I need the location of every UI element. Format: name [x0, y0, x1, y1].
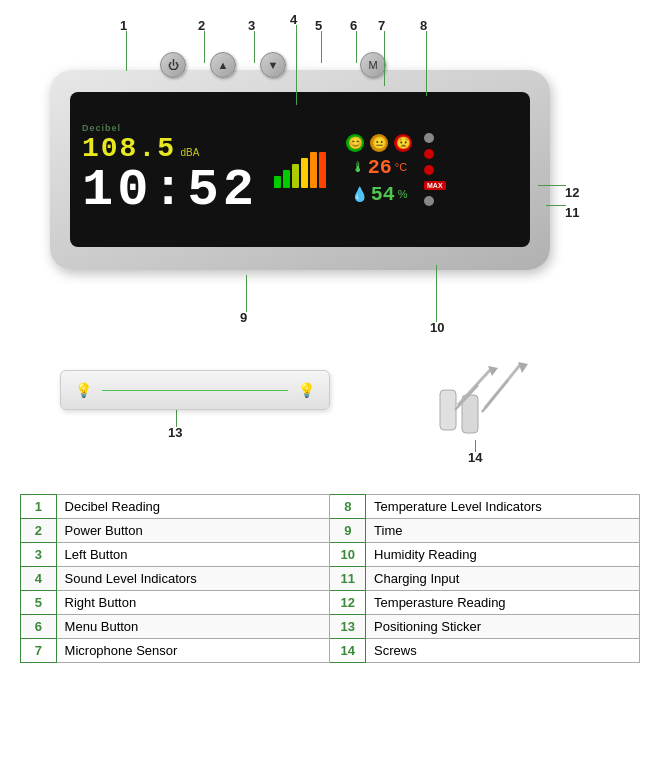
smiley-sad: 😟	[394, 134, 412, 152]
table-num-right-5: 13	[330, 615, 366, 639]
table-num-right-1: 9	[330, 519, 366, 543]
decibel-display: 108.5 dBA	[82, 135, 258, 163]
bar-6	[319, 152, 326, 188]
table-label-right-2: Humidity Reading	[366, 543, 640, 567]
callout-10: 10	[430, 320, 444, 335]
table-num-right-2: 10	[330, 543, 366, 567]
table-label-left-1: Power Button	[56, 519, 330, 543]
table-num-right-0: 8	[330, 495, 366, 519]
table-num-left-3: 4	[21, 567, 57, 591]
table-num-right-3: 11	[330, 567, 366, 591]
table-num-left-6: 7	[21, 639, 57, 663]
led-dot-4	[424, 196, 434, 206]
table-label-left-4: Right Button	[56, 591, 330, 615]
led-dot-1	[424, 133, 434, 143]
table-num-right-6: 14	[330, 639, 366, 663]
callout-14: 14	[468, 450, 482, 465]
led-dot-2	[424, 149, 434, 159]
svg-rect-0	[440, 390, 456, 430]
right-button[interactable]: ▼	[260, 52, 286, 78]
bar-4	[301, 158, 308, 188]
line-2	[204, 31, 205, 63]
line-3	[254, 31, 255, 63]
table-label-right-5: Positioning Sticker	[366, 615, 640, 639]
sound-level-bars	[274, 152, 326, 188]
sticker-bulb-left: 💡	[75, 382, 92, 398]
sticker-bulb-right: 💡	[298, 382, 315, 398]
line-5	[321, 31, 322, 63]
bar-5	[310, 152, 317, 188]
menu-button[interactable]: M	[360, 52, 386, 78]
table-num-left-0: 1	[21, 495, 57, 519]
smiley-row: 😊 😐 😟	[346, 134, 412, 152]
callout-12: 12	[565, 185, 579, 200]
table-label-right-3: Charging Input	[366, 567, 640, 591]
positioning-sticker: 💡 💡	[60, 370, 330, 410]
screen-left: Decibel 108.5 dBA 10:52	[82, 123, 258, 217]
table-num-left-4: 5	[21, 591, 57, 615]
table-label-right-4: Temperasture Reading	[366, 591, 640, 615]
line-7	[384, 31, 385, 86]
device-body: ⏻ ▲ ▼ M Decibel 108.5 dBA 10:52	[50, 70, 550, 270]
left-button[interactable]: ▲	[210, 52, 236, 78]
bar-indicators-group	[274, 152, 326, 188]
bar-1	[274, 176, 281, 188]
callout-13: 13	[168, 425, 182, 440]
line-10	[436, 265, 437, 322]
line-4	[296, 25, 297, 105]
humid-icon: 💧	[351, 186, 368, 202]
warning-badge: MAX	[424, 181, 446, 190]
callout-11: 11	[565, 205, 579, 220]
line-9	[246, 275, 247, 312]
diagram-area: ⏻ ▲ ▼ M Decibel 108.5 dBA 10:52	[20, 10, 640, 480]
table-label-left-2: Left Button	[56, 543, 330, 567]
callout-9: 9	[240, 310, 247, 325]
table-label-right-6: Screws	[366, 639, 640, 663]
hline-12	[538, 185, 566, 186]
hline-11	[546, 205, 566, 206]
table-num-left-2: 3	[21, 543, 57, 567]
table-label-left-0: Decibel Reading	[56, 495, 330, 519]
legend-table: 1Decibel Reading8Temperature Level Indic…	[20, 494, 640, 663]
line-13	[176, 410, 177, 427]
table-num-right-4: 12	[330, 591, 366, 615]
bar-2	[283, 170, 290, 188]
table-num-left-5: 6	[21, 615, 57, 639]
power-button[interactable]: ⏻	[160, 52, 186, 78]
line-8	[426, 31, 427, 96]
screen-right-panel: 😊 😐 😟 🌡 26 °C 💧 54 %	[346, 134, 412, 206]
smiley-happy: 😊	[346, 134, 364, 152]
led-dot-3	[424, 165, 434, 175]
svg-line-7	[482, 380, 508, 412]
screws-svg	[410, 360, 570, 440]
table-num-left-1: 2	[21, 519, 57, 543]
table-label-right-0: Temperature Level Indicators	[366, 495, 640, 519]
temperature-row: 🌡 26 °C	[351, 156, 407, 179]
device-screen: Decibel 108.5 dBA 10:52	[70, 92, 530, 247]
line-6	[356, 31, 357, 63]
bar-3	[292, 164, 299, 188]
temp-icon: 🌡	[351, 159, 365, 175]
sticker-line	[102, 390, 288, 391]
table-label-left-6: Microphone Sensor	[56, 639, 330, 663]
humidity-row: 💧 54 %	[351, 183, 408, 206]
screen-far-right: MAX	[424, 133, 446, 206]
brand-label: Decibel	[82, 123, 258, 133]
table-label-left-3: Sound Level Indicators	[56, 567, 330, 591]
screws-area	[410, 355, 570, 445]
table-label-right-1: Time	[366, 519, 640, 543]
smiley-neutral: 😐	[370, 134, 388, 152]
line-1	[126, 31, 127, 71]
table-label-left-5: Menu Button	[56, 615, 330, 639]
time-display: 10:52	[82, 165, 258, 217]
